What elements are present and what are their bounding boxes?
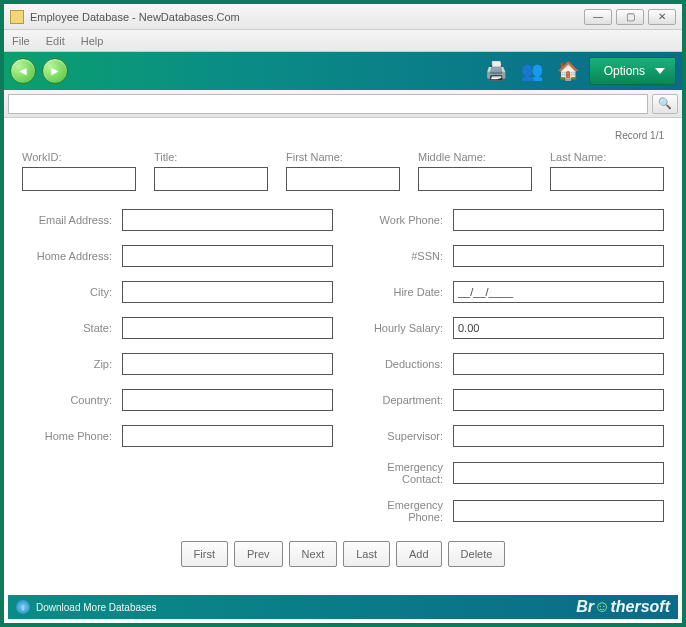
email-label: Email Address: [22, 214, 122, 226]
search-icon: 🔍 [658, 97, 672, 110]
emcontact-label: Emergency Contact: [353, 461, 453, 485]
footer: ↓ Download More Databases Br☺thersoft [8, 595, 678, 619]
back-button[interactable]: ◄ [10, 58, 36, 84]
workphone-input[interactable] [453, 209, 664, 231]
record-nav: First Prev Next Last Add Delete [22, 541, 664, 567]
department-input[interactable] [453, 389, 664, 411]
lastname-input[interactable] [550, 167, 664, 191]
app-icon [10, 10, 24, 24]
maximize-button[interactable]: ▢ [616, 9, 644, 25]
supervisor-label: Supervisor: [353, 430, 453, 442]
workid-input[interactable] [22, 167, 136, 191]
workphone-label: Work Phone: [353, 214, 453, 226]
left-column: Email Address: Home Address: City: State… [22, 209, 333, 523]
right-column: Work Phone: #SSN: Hire Date: Hourly Sala… [353, 209, 664, 523]
homephone-label: Home Phone: [22, 430, 122, 442]
city-input[interactable] [122, 281, 333, 303]
titlebar: Employee Database - NewDatabases.Com ― ▢… [4, 4, 682, 30]
emcontact-input[interactable] [453, 462, 664, 484]
add-button[interactable]: Add [396, 541, 442, 567]
toolbar: ◄ ► 🖨️ 👥 🏠 Options [4, 52, 682, 90]
form-content: Record 1/1 WorkID: Title: First Name: Mi… [4, 118, 682, 571]
minimize-button[interactable]: ― [584, 9, 612, 25]
menubar: File Edit Help [4, 30, 682, 52]
options-label: Options [604, 64, 645, 78]
title-input[interactable] [154, 167, 268, 191]
last-button[interactable]: Last [343, 541, 390, 567]
search-button[interactable]: 🔍 [652, 94, 678, 114]
record-status: Record 1/1 [22, 126, 664, 151]
first-button[interactable]: First [181, 541, 228, 567]
forward-button[interactable]: ► [42, 58, 68, 84]
header-fields: WorkID: Title: First Name: Middle Name: … [22, 151, 664, 191]
state-label: State: [22, 322, 122, 334]
homeaddr-label: Home Address: [22, 250, 122, 262]
printer-icon[interactable]: 🖨️ [483, 58, 509, 84]
department-label: Department: [353, 394, 453, 406]
brand-logo: Br☺thersoft [576, 598, 670, 616]
hiredate-label: Hire Date: [353, 286, 453, 298]
firstname-input[interactable] [286, 167, 400, 191]
chevron-down-icon [655, 68, 665, 74]
deductions-input[interactable] [453, 353, 664, 375]
emphone-label: Emergency Phone: [353, 499, 453, 523]
window-title: Employee Database - NewDatabases.Com [30, 11, 580, 23]
email-input[interactable] [122, 209, 333, 231]
footer-link[interactable]: Download More Databases [36, 602, 157, 613]
salary-label: Hourly Salary: [353, 322, 453, 334]
homephone-input[interactable] [122, 425, 333, 447]
state-input[interactable] [122, 317, 333, 339]
download-icon: ↓ [16, 600, 30, 614]
deductions-label: Deductions: [353, 358, 453, 370]
close-button[interactable]: ✕ [648, 9, 676, 25]
options-button[interactable]: Options [589, 57, 676, 85]
zip-input[interactable] [122, 353, 333, 375]
menu-file[interactable]: File [12, 35, 30, 47]
homeaddr-input[interactable] [122, 245, 333, 267]
zip-label: Zip: [22, 358, 122, 370]
firstname-label: First Name: [286, 151, 400, 167]
searchbar: 🔍 [4, 90, 682, 118]
supervisor-input[interactable] [453, 425, 664, 447]
search-input[interactable] [8, 94, 648, 114]
middlename-label: Middle Name: [418, 151, 532, 167]
city-label: City: [22, 286, 122, 298]
salary-input[interactable] [453, 317, 664, 339]
workid-label: WorkID: [22, 151, 136, 167]
ssn-label: #SSN: [353, 250, 453, 262]
home-icon[interactable]: 🏠 [555, 58, 581, 84]
emphone-input[interactable] [453, 500, 664, 522]
delete-button[interactable]: Delete [448, 541, 506, 567]
next-button[interactable]: Next [289, 541, 338, 567]
users-icon[interactable]: 👥 [519, 58, 545, 84]
middlename-input[interactable] [418, 167, 532, 191]
menu-edit[interactable]: Edit [46, 35, 65, 47]
country-input[interactable] [122, 389, 333, 411]
ssn-input[interactable] [453, 245, 664, 267]
prev-button[interactable]: Prev [234, 541, 283, 567]
hiredate-input[interactable] [453, 281, 664, 303]
menu-help[interactable]: Help [81, 35, 104, 47]
lastname-label: Last Name: [550, 151, 664, 167]
title-label: Title: [154, 151, 268, 167]
country-label: Country: [22, 394, 122, 406]
